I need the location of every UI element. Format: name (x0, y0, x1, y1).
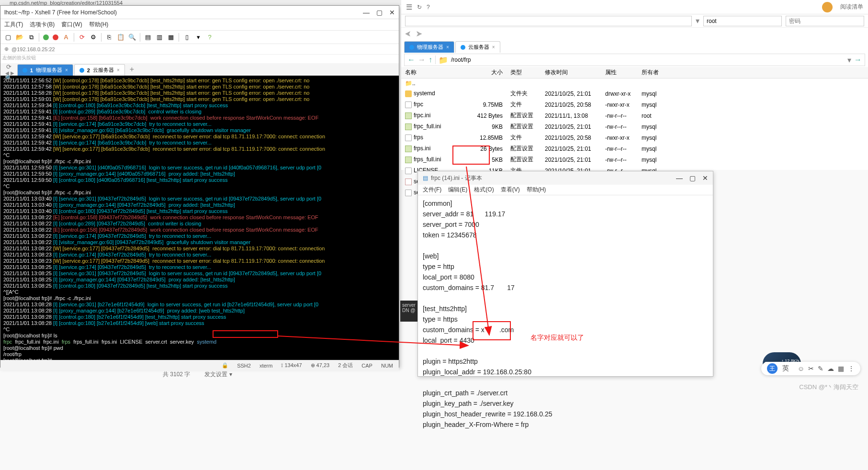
column-header[interactable]: 所有者 (638, 67, 665, 78)
read-list[interactable]: 阅读清单 (840, 3, 863, 11)
status-dot-icon (461, 45, 465, 50)
fm-password-input[interactable] (786, 16, 864, 26)
publish-settings[interactable]: 发文设置 ▾ (204, 370, 232, 379)
ime-tool-icon[interactable]: ✎ (818, 365, 823, 372)
xshell-address[interactable]: ⊕@192.168.0.25:22 (0, 44, 399, 55)
menu-item[interactable]: 工具(T) (4, 21, 23, 29)
fm-fwd-icon[interactable]: → (418, 56, 426, 64)
np-minimize-button[interactable]: — (676, 174, 683, 182)
close-tab-icon[interactable]: × (492, 45, 495, 50)
menu-item[interactable]: 窗口(W) (61, 21, 82, 29)
new-icon[interactable]: ▢ (4, 34, 12, 41)
xshell-tab[interactable]: 1 物理服务器 × (17, 64, 73, 76)
fm-refresh-icon[interactable]: ↻ (417, 4, 422, 11)
ime-toolbar[interactable]: 王 英 ☺✂✎☁▦⋮ (761, 362, 860, 375)
save-icon[interactable]: ⧉ (27, 34, 35, 41)
ime-tool-icon[interactable]: ⋮ (848, 365, 855, 372)
disconnect-icon[interactable] (53, 34, 58, 40)
notepad-app-icon: ▤ (423, 175, 428, 181)
avatar[interactable] (822, 2, 833, 12)
column-header[interactable]: 修改时间 (541, 67, 601, 78)
fm-nav-back-icon[interactable]: ⮜ (405, 31, 411, 38)
search-icon[interactable]: 🔍 (128, 34, 136, 41)
xshell-status-bar: 🔒 SSH2 xterm ⟟ 134x47 ⊕ 47,23 2 会话 CAP N… (0, 360, 399, 370)
xshell-tab[interactable]: 2 云服务器 × (74, 64, 125, 76)
terminal-output[interactable]: 2021/11/01 12:56:52 [W] [control.go:178]… (0, 76, 399, 360)
left-note: 左侧的箭头按钮 (0, 55, 399, 63)
new-tab-button[interactable]: + (126, 63, 138, 76)
panel3-icon[interactable]: ▦ (167, 34, 175, 41)
menu-item[interactable]: 文件(F) (423, 186, 441, 194)
table-row[interactable]: 📁.. (401, 78, 868, 88)
menu-icon[interactable]: ☰ (406, 3, 412, 11)
search-icon[interactable]: 🔍 (5, 74, 12, 81)
fm-help-icon[interactable]: ? (427, 4, 430, 11)
copy-icon[interactable]: ⎘ (105, 34, 113, 41)
column-header[interactable]: 大小 (473, 67, 507, 78)
file-icon (405, 123, 412, 130)
ime-lang[interactable]: 英 (782, 364, 789, 373)
xshell-title-bar[interactable]: lhost:~/frp - Xshell 7 (Free for Home/Sc… (0, 6, 399, 19)
panel-icon[interactable]: ▤ (144, 34, 152, 41)
fm-tab[interactable]: 云服务器 × (455, 41, 500, 53)
settings-icon[interactable]: ⚙ (90, 34, 97, 41)
fm-path-input[interactable] (451, 56, 845, 63)
table-row[interactable]: frpc.ini412 Bytes配置设置2021/11/1, 13:08-rw… (401, 110, 868, 121)
fm-user-input[interactable] (703, 16, 782, 26)
column-header[interactable]: 属性 (601, 67, 638, 78)
xshell-title: lhost:~/frp - Xshell 7 (Free for Home/Sc… (4, 9, 117, 16)
fm-back-icon[interactable]: ← (407, 56, 415, 64)
close-tab-icon[interactable]: × (65, 67, 68, 73)
maximize-button[interactable]: ▢ (376, 9, 383, 16)
ime-tool-icon[interactable]: ✂ (808, 365, 814, 372)
xshell-tab-row: ◀ ▶ 1 物理服务器 ×2 云服务器 ×+ (0, 63, 399, 76)
fm-nav-fwd-icon[interactable]: ⮞ (416, 31, 422, 38)
table-row[interactable]: systemd文件夹2021/10/25, 21:01drwxr-xr-xmys… (401, 88, 868, 99)
close-tab-icon[interactable]: × (446, 45, 449, 50)
ime-tool-icon[interactable]: ▦ (838, 365, 844, 372)
lock-icon[interactable]: ▾ (194, 34, 202, 41)
panel2-icon[interactable]: ▥ (156, 34, 163, 41)
table-row[interactable]: frps12.85MB文件2021/10/25, 20:58-rwxr-xr-x… (401, 132, 868, 143)
menu-item[interactable]: 编辑(E) (448, 186, 467, 194)
help-icon[interactable]: ? (206, 34, 214, 41)
menu-item[interactable]: 帮助(H) (527, 186, 546, 194)
fm-go-icon[interactable]: → (854, 56, 862, 64)
menu-item[interactable]: 格式(O) (474, 186, 494, 194)
fm-up-icon[interactable]: ↑ (428, 56, 432, 64)
minimize-button[interactable]: — (363, 9, 370, 16)
np-close-button[interactable]: ✕ (702, 174, 708, 182)
column-header[interactable]: 类型 (507, 67, 541, 78)
close-tab-icon[interactable]: × (117, 67, 120, 73)
menu-item[interactable]: 选项卡(B) (30, 21, 55, 29)
table-row[interactable]: frpc9.75MB文件2021/10/25, 20:58-rwxr-xr-xm… (401, 99, 868, 110)
refresh-icon[interactable]: ⟳ (6, 63, 11, 70)
fm-tab[interactable]: 物理服务器 × (404, 41, 454, 53)
file-icon (405, 90, 412, 97)
char-count: 共 3102 字 (163, 370, 190, 379)
connect-icon[interactable] (43, 34, 49, 40)
column-icon[interactable]: ▯ (183, 34, 191, 41)
csdn-watermark: CSDN @*丶海阔天空 (799, 383, 858, 392)
folder-icon: 📁 (439, 56, 448, 65)
ime-tool-icon[interactable]: ☁ (827, 365, 834, 372)
table-row[interactable]: frpc_full.ini9KB配置设置2021/10/25, 21:01-rw… (401, 121, 868, 132)
reconnect-icon[interactable]: ⟳ (78, 34, 86, 41)
menu-item[interactable]: 查看(V) (501, 186, 520, 194)
file-icon (405, 157, 412, 163)
text-a-icon[interactable]: A (62, 34, 70, 41)
paste-icon[interactable]: 📋 (117, 34, 124, 41)
fm-path-bar: ← → ↑ 📁 ▾ → (404, 54, 865, 66)
fm-host-input[interactable] (405, 16, 692, 26)
menu-item[interactable]: 帮助(H) (89, 21, 109, 29)
close-button[interactable]: ✕ (389, 9, 395, 16)
ime-wang-icon[interactable]: 王 (767, 363, 778, 374)
np-maximize-button[interactable]: ▢ (689, 174, 696, 182)
lock-icon: 🔒 (222, 362, 228, 369)
ime-tool-icon[interactable]: ☺ (798, 365, 804, 372)
notepad-title-bar[interactable]: ▤frpc (14).ini - 记事本 — ▢ ✕ (418, 171, 713, 185)
highlight-box-notepad (473, 321, 511, 340)
notepad-content[interactable]: [common] server_addr = 81 119.17 server_… (418, 195, 713, 433)
column-header[interactable]: 名称 (401, 67, 473, 78)
open-icon[interactable]: 📂 (16, 34, 23, 41)
